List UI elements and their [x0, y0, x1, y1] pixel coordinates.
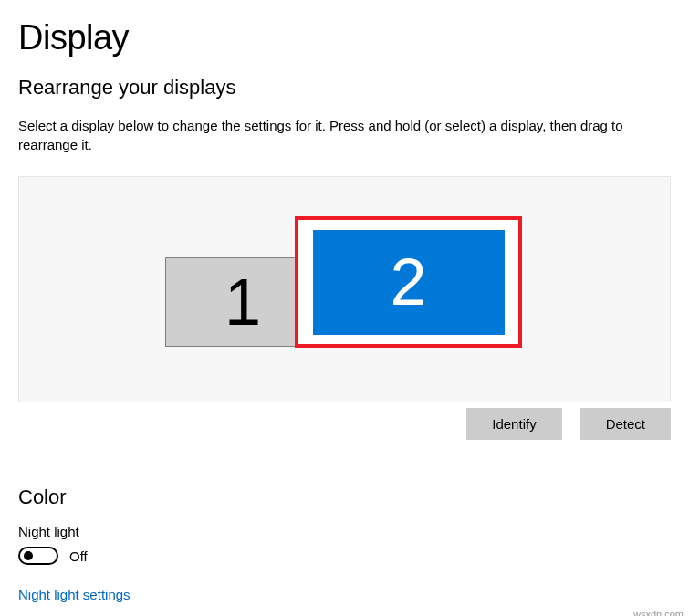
display-number: 2 [390, 245, 426, 319]
display-arranger[interactable]: 1 2 [18, 176, 671, 402]
night-light-toggle-row: Off [18, 547, 671, 565]
rearrange-help-text: Select a display below to change the set… [18, 116, 671, 154]
arranger-button-row: Identify Detect [18, 408, 671, 440]
night-light-toggle[interactable] [18, 547, 58, 565]
color-heading: Color [18, 485, 671, 509]
display-tile-2[interactable]: 2 [313, 230, 505, 335]
night-light-settings-link[interactable]: Night light settings [18, 587, 130, 602]
display-number: 1 [224, 265, 261, 339]
toggle-knob-icon [24, 551, 33, 560]
display-tile-2-highlight[interactable]: 2 [295, 216, 522, 348]
night-light-label: Night light [18, 524, 671, 539]
detect-button[interactable]: Detect [580, 408, 671, 440]
night-light-state: Off [69, 548, 88, 564]
identify-button[interactable]: Identify [466, 408, 561, 440]
watermark: wsxdn.com [633, 609, 684, 616]
page-title: Display [18, 18, 671, 57]
rearrange-heading: Rearrange your displays [18, 76, 671, 99]
